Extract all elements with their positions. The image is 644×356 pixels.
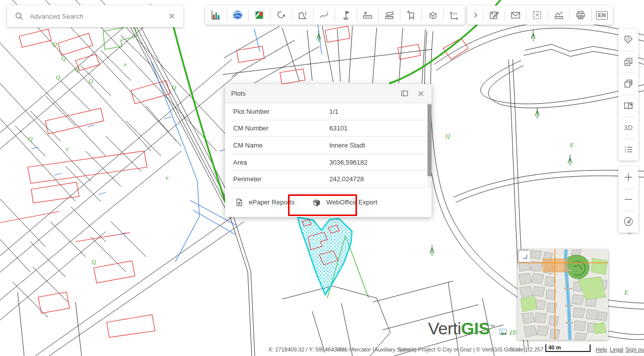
svg-text:Q: Q [61,55,66,62]
main-toolbar: XY [205,6,465,25]
broken-image-icon [499,329,508,338]
chevron-right-icon[interactable] [467,6,483,25]
transparency-icon[interactable] [618,73,638,95]
svg-text:Q: Q [89,78,93,85]
table-row: CM Number63101 [230,120,426,137]
scale-bar: 40 m [545,344,591,352]
plots-dialog: Plots Plot Number1/1 CM Number63101 CM N… [225,84,432,217]
bookmark-add-icon[interactable] [400,6,421,25]
dialog-scrollbar[interactable] [427,103,432,188]
google-earth-icon[interactable] [227,6,248,25]
svg-text:E: E [624,289,628,296]
svg-text:Q: Q [92,258,96,265]
collapse-corner-icon[interactable] [519,251,530,262]
dialog-actions: ePaper Reports WebOffice Export [225,188,432,217]
map-letter: E [510,329,513,337]
advanced-search-panel [7,5,183,27]
line-info-icon[interactable] [313,6,335,25]
locate-icon[interactable] [618,210,638,233]
height-profile-icon[interactable] [548,6,569,25]
measure-area-icon[interactable] [378,6,400,25]
threed-button[interactable]: 3D [618,117,638,139]
svg-text:v: v [66,146,69,153]
select-arrow-icon[interactable] [270,6,292,25]
table-row: Plot Number1/1 [230,103,426,120]
measure-length-icon[interactable] [356,6,378,25]
coordinates-xy-icon[interactable]: XY [443,6,465,25]
search-input[interactable] [30,13,162,20]
statistics-icon[interactable] [205,6,227,25]
export-box-icon [311,197,322,208]
visible-layers-icon[interactable] [618,51,638,73]
vertigis-watermark: VertiGIS™ [428,319,494,338]
attribute-table: Plot Number1/1 CM Number63101 CM NameInn… [225,103,432,188]
legal-link[interactable]: Legal [610,346,623,352]
overview-map-canvas[interactable] [518,249,608,340]
help-link[interactable]: Help [596,346,607,352]
redlining-icon[interactable] [483,6,505,25]
area-info-icon[interactable] [292,6,313,25]
zoom-in-icon[interactable] [618,166,638,188]
search-icon [14,11,24,21]
epaper-reports-button[interactable]: ePaper Reports [229,193,300,211]
zoom-out-icon[interactable] [618,188,638,210]
svg-text:E: E [513,329,517,336]
legend-icon[interactable] [618,95,638,117]
coordinates-readout: X: 1718409.32 / Y: 5954643.66 [268,346,345,352]
dialog-title: Plots [231,90,393,97]
scale-readout: Scale 1:2,257 [510,346,543,352]
svg-text:Q: Q [446,132,450,139]
scrollbar-thumb[interactable] [427,104,432,176]
label-icon[interactable] [618,29,638,51]
svg-text:Q: Q [56,74,60,81]
google-maps-icon[interactable] [248,6,270,25]
table-row: Area3036,596182 [230,154,426,171]
map-tools-panel: 3D [618,29,638,161]
box-3d-icon[interactable] [421,6,443,25]
send-mail-icon[interactable] [505,6,526,25]
svg-text:XY: XY [453,12,458,16]
table-row: CM NameInnere Stadt [230,137,426,154]
dialog-header: Plots [225,84,432,103]
secondary-toolbar: EN [467,6,613,25]
table-row: Perimeter242,024728 [230,171,426,188]
layer-list-icon[interactable] [618,138,638,161]
dock-panel-icon[interactable] [400,89,409,98]
close-icon[interactable] [167,12,176,21]
sign-out-link[interactable]: Sign out [625,346,644,352]
zoom-panel [618,166,638,233]
clear-selection-icon[interactable] [526,6,548,25]
attribution: Sample Project © City of Graz | © VertiG… [398,346,520,352]
close-icon[interactable] [416,89,425,98]
svg-text:E: E [569,141,574,149]
svg-text:Q: Q [52,41,57,48]
svg-text:v: v [166,174,169,181]
svg-text:Q: Q [28,135,33,143]
svg-text:v: v [124,61,127,68]
overview-map[interactable] [518,249,608,340]
language-button[interactable]: EN [591,6,613,25]
flag-icon[interactable] [335,6,356,25]
svg-text:Q: Q [172,84,176,91]
print-icon[interactable] [569,6,591,25]
svg-text:Q: Q [75,66,79,73]
document-icon [234,197,244,207]
weboffice-export-button[interactable]: WebOffice Export [306,193,382,212]
